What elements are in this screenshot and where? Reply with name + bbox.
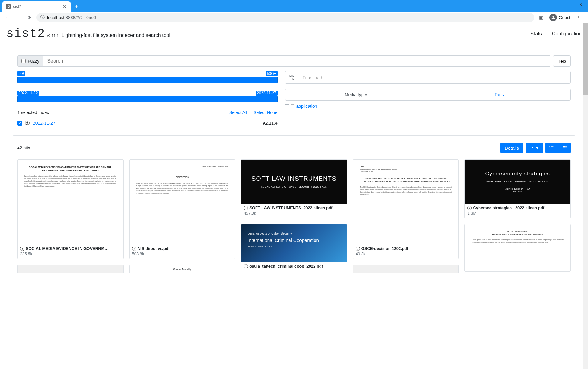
index-checkbox[interactable] [17,121,22,126]
app-header: sist2 v2.11.4 Lightning-fast file system… [0,23,588,44]
result-title: SOFT LAW INSTRUMENTS_2022 slides.pdf [249,205,332,210]
nav-configuration[interactable]: Configuration [552,31,582,37]
date-min-label: 2022-11-22 [17,91,39,96]
result-title: osula_taltech_criminal coop_2022.pdf [249,264,323,268]
tab-tags[interactable]: Tags [428,89,570,100]
result-thumbnail: SOFT LAW INSTRUMENTS LEGAL ASPECTS OF CY… [241,160,347,204]
info-icon[interactable]: i [244,206,248,210]
results-card: 42 hits Details ▾ [13,135,575,278]
tree-item-application[interactable]: application [296,104,317,109]
result-card[interactable]: SOFT LAW INSTRUMENTS LEGAL ASPECTS OF CY… [241,159,347,218]
path-filter-input[interactable] [299,71,570,83]
selected-index-count: 1 selected index [17,110,49,115]
result-size: 1.3M [467,211,568,216]
svg-point-5 [549,148,550,148]
result-card[interactable]: Official Journal of the European Union D… [129,159,236,259]
result-thumbnail: OSCE Organization for Security and Co-op… [353,160,459,244]
tree-checkbox[interactable] [291,104,294,108]
url-host: localhost [47,15,64,20]
date-slider[interactable]: 2022-11-22 2022-11-27 [17,91,278,102]
fuzzy-toggle[interactable]: Fuzzy [17,55,43,67]
avatar-icon [549,14,557,21]
date-max-label: 2022-11-27 [256,91,277,96]
result-thumbnail: Cybersecurity strategies LEGAL ASPECTS O… [465,160,570,204]
hits-count: 42 hits [17,145,30,150]
tab-title: sist2 [13,4,60,9]
result-title: OSCE-decision 1202.pdf [361,246,408,251]
result-size: 457.3k [244,211,344,216]
scrollbar[interactable] [583,23,588,369]
index-date[interactable]: 2022-11-27 [33,121,56,126]
browser-tab[interactable]: s2 sist2 ✕ [2,1,71,12]
size-min-label: 0 B [17,71,25,76]
select-all-link[interactable]: Select All [229,110,247,115]
result-size: 40.3k [356,252,456,256]
view-grid-button[interactable] [558,143,571,153]
result-thumbnail: Official Journal of the European Union D… [130,160,235,244]
result-card[interactable] [17,265,124,273]
tab-favicon: s2 [6,4,11,9]
size-max-label: 50G+ [266,71,278,76]
svg-rect-4 [551,146,553,147]
panel-icon[interactable]: ▣ [537,13,546,22]
select-none-link[interactable]: Select None [253,110,277,115]
result-card[interactable]: General Assembly [129,265,236,273]
nav-back-icon[interactable]: ← [3,13,11,22]
nav-reload-icon[interactable]: ⟳ [25,13,34,22]
result-card[interactable]: Cybersecurity strategies LEGAL ASPECTS O… [464,159,571,218]
info-icon[interactable]: i [132,247,136,251]
result-size: 503.8k [132,252,233,256]
result-card[interactable]: Legal Aspects of Cyber Security Internat… [241,224,347,271]
address-bar: ← → ⟳ ⓘ localhost:8888/#/?i=05d0 ▣ Guest… [0,12,588,23]
result-thumbnail: Legal Aspects of Cyber Security Internat… [241,224,347,262]
info-icon[interactable]: i [20,247,24,251]
svg-rect-8 [551,149,553,149]
svg-rect-2 [293,78,294,80]
result-thumbnail: LETTER DECLARATIONON RESPONSIBLE STATE B… [465,224,570,271]
tagline: Lightning-fast file system indexer and s… [61,33,170,38]
svg-point-7 [549,149,550,150]
info-icon[interactable]: i [244,264,248,268]
details-button[interactable]: Details [500,143,523,153]
logo[interactable]: sist2 [6,27,45,40]
window-minimize-icon[interactable]: — [545,0,559,9]
window-maximize-icon[interactable]: ☐ [559,0,574,9]
nav-stats[interactable]: Stats [530,31,542,37]
result-card[interactable] [353,265,459,273]
help-button[interactable]: Help [553,55,571,67]
view-list-button[interactable] [545,143,558,153]
sort-button[interactable]: ▾ [526,143,543,153]
result-card[interactable]: OSCE Organization for Security and Co-op… [353,159,459,259]
nav-forward-icon[interactable]: → [14,13,23,22]
result-card[interactable]: LETTER DECLARATIONON RESPONSIBLE STATE B… [464,224,571,272]
result-card[interactable]: SOCIAL MEDIA EVIDENCE IN GOVERNMENT INVE… [17,159,124,259]
profile-chip[interactable]: Guest [549,14,570,21]
result-thumbnail: SOCIAL MEDIA EVIDENCE IN GOVERNMENT INVE… [18,160,123,244]
path-tree-button[interactable] [285,71,299,83]
tab-media-types[interactable]: Media types [285,89,428,100]
window-close-icon[interactable]: ✕ [574,0,588,9]
svg-rect-13 [564,148,565,148]
index-name: idx [25,121,30,126]
menu-icon[interactable]: ⋮ [574,13,583,22]
fuzzy-checkbox[interactable] [21,59,26,63]
index-version: v2.11.4 [263,121,278,126]
search-card: Fuzzy Help 0 B 50G+ 2022-11-22 2022-11-2… [13,51,575,130]
svg-rect-9 [563,146,564,147]
result-title: Cybersec strategies _2022 slides.pdf [473,205,544,210]
svg-rect-0 [290,75,291,77]
result-title: NIS directive.pdf [138,246,170,251]
site-info-icon[interactable]: ⓘ [40,15,45,20]
info-icon[interactable]: i [467,206,472,210]
guest-label: Guest [559,15,570,20]
info-icon[interactable]: i [356,247,360,251]
search-input[interactable] [43,55,550,67]
tree-expand-icon[interactable]: + [285,104,289,108]
new-tab-button[interactable]: + [75,3,78,10]
svg-rect-14 [565,148,566,148]
url-input[interactable]: ⓘ localhost:8888/#/?i=05d0 [36,13,534,22]
size-slider[interactable]: 0 B 50G+ [17,71,278,83]
result-title: SOCIAL MEDIA EVIDENCE IN GOVERNM… [26,246,109,251]
tab-close-icon[interactable]: ✕ [62,4,67,9]
svg-rect-11 [565,146,566,147]
